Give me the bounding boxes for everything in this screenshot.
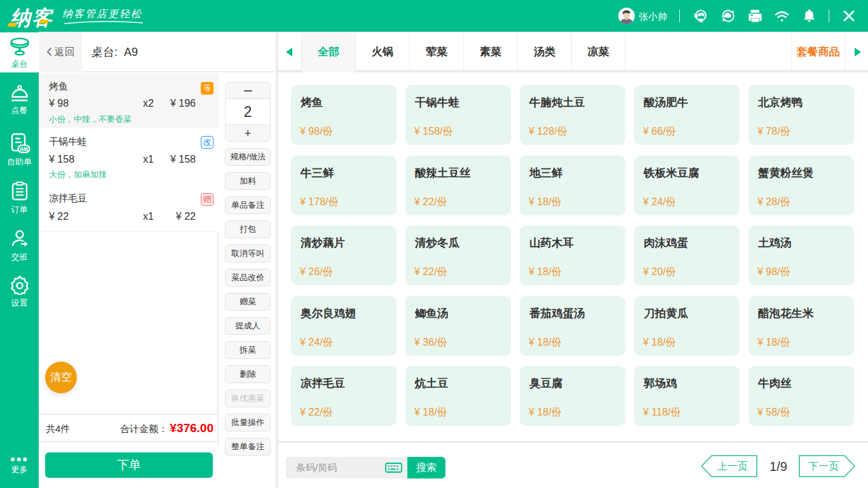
svg-text:下一页: 下一页 [808, 461, 839, 471]
svg-text:自助: 自助 [19, 147, 28, 152]
svg-text:上一页: 上一页 [717, 461, 748, 471]
